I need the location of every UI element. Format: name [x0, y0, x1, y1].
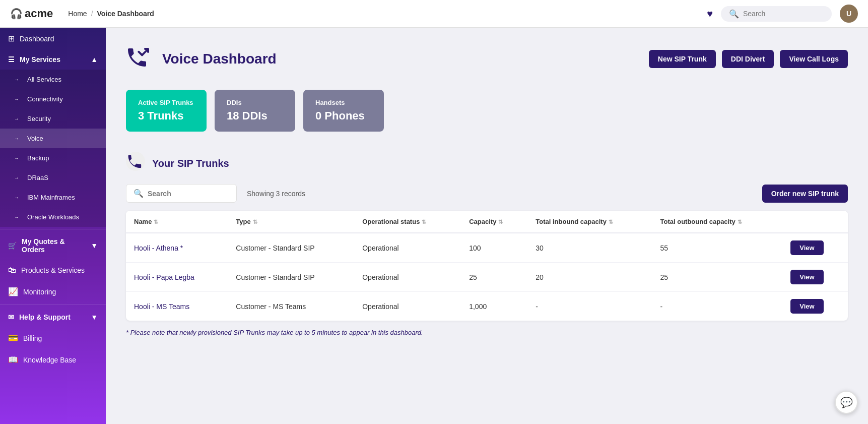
- sidebar-item-billing[interactable]: 💳 Billing: [0, 327, 106, 349]
- main-content: Voice Dashboard New SIP Trunk DDI Divert…: [106, 28, 868, 424]
- stat-card-handsets[interactable]: Handsets 0 Phones: [303, 90, 384, 132]
- cell-inbound: -: [527, 292, 652, 321]
- arrow-right-icon: →: [14, 116, 19, 122]
- col-actions: [782, 211, 848, 233]
- page-title: Voice Dashboard: [162, 51, 277, 67]
- logo-text: acme: [25, 7, 53, 20]
- sidebar-section-my-services[interactable]: ☰ My Services ▲: [0, 49, 106, 70]
- sidebar-label-all-services: All Services: [27, 76, 61, 83]
- arrow-right-icon: →: [14, 136, 19, 141]
- sidebar-label-monitoring: Monitoring: [23, 288, 56, 296]
- sidebar-item-monitoring[interactable]: 📈 Monitoring: [0, 281, 106, 302]
- chat-icon: 💬: [840, 396, 853, 408]
- sidebar-item-connectivity[interactable]: → Connectivity: [0, 89, 106, 109]
- sidebar-item-oracle[interactable]: → Oracle Workloads: [0, 207, 106, 227]
- breadcrumb-current: Voice Dashboard: [97, 10, 154, 18]
- stat-value-ddis: 18 DDIs: [227, 109, 283, 123]
- col-name[interactable]: Name⇅: [126, 211, 228, 233]
- sidebar-item-backup[interactable]: → Backup: [0, 148, 106, 168]
- sidebar-item-security[interactable]: → Security: [0, 109, 106, 129]
- sidebar-item-voice[interactable]: → Voice: [0, 129, 106, 148]
- cell-capacity: 1,000: [461, 292, 527, 321]
- sidebar-item-dashboard[interactable]: ⊞ Dashboard: [0, 28, 106, 49]
- arrow-right-icon: →: [14, 77, 19, 82]
- logo-icon: 🎧: [10, 8, 23, 20]
- arrow-right-icon: →: [14, 155, 19, 161]
- voice-dashboard-icon: [126, 43, 152, 75]
- stat-label-handsets: Handsets: [315, 99, 372, 106]
- view-button-1[interactable]: View: [790, 270, 823, 284]
- sidebar-label-draas: DRaaS: [27, 174, 48, 181]
- col-inbound[interactable]: Total inbound capacity⇅: [527, 211, 652, 233]
- dashboard-icon: ⊞: [8, 34, 15, 43]
- monitoring-icon: 📈: [8, 287, 18, 296]
- cell-name: Hooli - Athena *: [126, 233, 228, 263]
- breadcrumb-home[interactable]: Home: [68, 10, 87, 18]
- sidebar-section-help[interactable]: ✉ Help & Support ▼: [0, 307, 106, 327]
- search-bar[interactable]: 🔍: [721, 6, 832, 22]
- cell-type: Customer - Standard SIP: [228, 233, 354, 263]
- view-button-0[interactable]: View: [790, 240, 823, 255]
- view-call-logs-button[interactable]: View Call Logs: [780, 50, 848, 68]
- table-search-input[interactable]: [148, 190, 229, 198]
- sidebar: ⊞ Dashboard ☰ My Services ▲ → All Servic…: [0, 28, 106, 424]
- topnav: 🎧 acme Home / Voice Dashboard ♥ 🔍 U: [0, 0, 868, 28]
- sidebar-divider-2: [0, 305, 106, 305]
- cell-outbound: -: [652, 292, 783, 321]
- sidebar-label-quotes: My Quotes & Orders: [22, 237, 86, 254]
- sip-trunks-section-header: Your SIP Trunks: [126, 152, 848, 175]
- my-services-icon: ☰: [8, 55, 15, 64]
- order-sip-trunk-button[interactable]: Order new SIP trunk: [762, 185, 848, 203]
- svg-point-0: [126, 152, 145, 171]
- stats-row: Active SIP Trunks 3 Trunks DDIs 18 DDIs …: [126, 90, 848, 132]
- sidebar-label-security: Security: [27, 115, 51, 123]
- table-search-icon: 🔍: [133, 189, 144, 198]
- chat-widget[interactable]: 💬: [835, 391, 858, 414]
- sidebar-item-knowledge[interactable]: 📖 Knowledge Base: [0, 349, 106, 371]
- showing-records: Showing 3 records: [247, 190, 305, 198]
- sidebar-label-connectivity: Connectivity: [27, 95, 63, 103]
- breadcrumb: Home / Voice Dashboard: [68, 10, 154, 18]
- sidebar-divider: [0, 229, 106, 229]
- table-search[interactable]: 🔍: [126, 184, 237, 203]
- sidebar-section-quotes[interactable]: 🛒 My Quotes & Orders ▼: [0, 231, 106, 260]
- sidebar-subnav-services: → All Services → Connectivity → Security…: [0, 70, 106, 227]
- sidebar-item-all-services[interactable]: → All Services: [0, 70, 106, 89]
- cell-capacity: 25: [461, 263, 527, 292]
- col-status[interactable]: Operational status⇅: [354, 211, 461, 233]
- sidebar-label-knowledge: Knowledge Base: [23, 356, 76, 364]
- sidebar-label-dashboard: Dashboard: [20, 35, 54, 43]
- search-input[interactable]: [743, 10, 824, 18]
- sidebar-item-products[interactable]: 🛍 Products & Services: [0, 260, 106, 281]
- col-capacity[interactable]: Capacity⇅: [461, 211, 527, 233]
- cell-outbound: 25: [652, 263, 783, 292]
- sidebar-label-products: Products & Services: [21, 266, 85, 274]
- cell-inbound: 30: [527, 233, 652, 263]
- stat-card-sip-trunks[interactable]: Active SIP Trunks 3 Trunks: [126, 90, 207, 132]
- view-button-2[interactable]: View: [790, 299, 823, 314]
- sip-trunks-title: Your SIP Trunks: [152, 158, 229, 169]
- cell-action: View: [782, 263, 848, 292]
- cell-action: View: [782, 233, 848, 263]
- stat-value-handsets: 0 Phones: [315, 109, 372, 123]
- arrow-right-icon: →: [14, 175, 19, 180]
- col-type[interactable]: Type⇅: [228, 211, 354, 233]
- help-icon: ✉: [8, 313, 14, 321]
- cell-status: Operational: [354, 263, 461, 292]
- cell-name: Hooli - Papa Legba: [126, 263, 228, 292]
- stat-card-ddis[interactable]: DDIs 18 DDIs: [215, 90, 295, 132]
- page-header-actions: New SIP Trunk DDI Divert View Call Logs: [649, 50, 848, 68]
- new-sip-trunk-button[interactable]: New SIP Trunk: [649, 50, 716, 68]
- cell-type: Customer - Standard SIP: [228, 263, 354, 292]
- sip-trunks-table: Name⇅ Type⇅ Operational status⇅ Capacity…: [126, 211, 848, 321]
- heart-icon[interactable]: ♥: [707, 8, 713, 20]
- arrow-right-icon: →: [14, 195, 19, 200]
- logo[interactable]: 🎧 acme: [10, 7, 53, 20]
- col-outbound[interactable]: Total outbound capacity⇅: [652, 211, 783, 233]
- ddi-divert-button[interactable]: DDI Divert: [722, 50, 774, 68]
- table-row: Hooli - MS Teams Customer - MS Teams Ope…: [126, 292, 848, 321]
- avatar[interactable]: U: [840, 5, 858, 23]
- footer-note: * Please note that newly provisioned SIP…: [126, 329, 848, 336]
- sidebar-item-draas[interactable]: → DRaaS: [0, 168, 106, 188]
- sidebar-item-ibm[interactable]: → IBM Mainframes: [0, 188, 106, 207]
